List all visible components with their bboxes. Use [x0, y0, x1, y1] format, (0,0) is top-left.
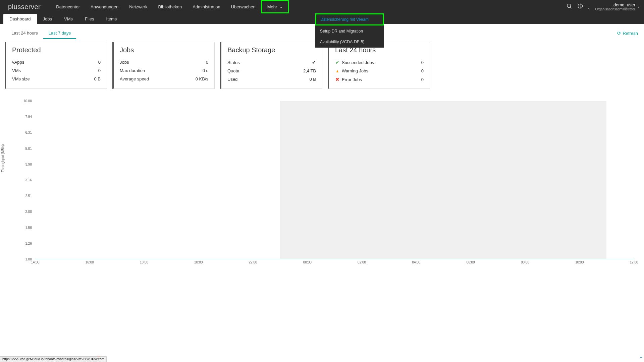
svg-line-1 — [570, 7, 571, 8]
refresh-label: Refresh — [623, 31, 638, 36]
check-icon: ✔ — [335, 60, 340, 65]
ytick: 6.31 — [22, 131, 32, 134]
refresh-button[interactable]: ⟳ Refresh — [617, 31, 638, 36]
dropdown-availability[interactable]: Availability (VCDA-DE-5) — [316, 37, 383, 47]
chevron-down-icon: ⌄ — [280, 5, 282, 9]
error-icon: ✖ — [335, 77, 340, 82]
card-jobs: Jobs Jobs0 Max duration0 s Average speed… — [112, 42, 215, 89]
user-text: demo_user Organisationsadministrator — [595, 2, 636, 11]
ytick: 2.51 — [22, 194, 32, 198]
card-title: Jobs — [120, 46, 208, 54]
card-protected: Protected vApps0 VMs0 VMs size0 B — [5, 42, 107, 89]
subtab-vms[interactable]: VMs — [58, 14, 79, 24]
card-row: Max duration0 s — [120, 66, 208, 75]
subtab-items[interactable]: Items — [100, 14, 123, 24]
user-role: Organisationsadministrator — [595, 7, 636, 11]
xtick: 10:00 — [575, 260, 584, 264]
nav-ueberwachen[interactable]: Überwachen — [226, 0, 261, 13]
nav-bibliotheken[interactable]: Bibliotheken — [153, 0, 187, 13]
svg-point-0 — [567, 4, 571, 8]
nav-datacenter[interactable]: Datencenter — [51, 0, 85, 13]
svg-point-3 — [580, 7, 581, 7]
subtab-dashboard[interactable]: Dashboard — [3, 14, 37, 24]
ytick: 7.94 — [22, 115, 32, 119]
user-menu[interactable]: demo_user Organisationsadministrator ⌄ — [595, 2, 640, 11]
brand-logo: plusserver — [8, 3, 41, 11]
ytick: 1.26 — [22, 241, 32, 245]
subtab-files[interactable]: Files — [79, 14, 100, 24]
card-row: ▲Warning Jobs0 — [335, 67, 424, 75]
throughput-chart: Throughput (MB/s) 14:0016:0018:0020:0022… — [0, 94, 644, 275]
nav-items: Datencenter Anwendungen Netzwerk Bibliot… — [51, 0, 289, 13]
refresh-icon: ⟳ — [617, 31, 621, 36]
nav-more-label: Mehr — [267, 4, 277, 9]
dropdown-dr[interactable]: Setup DR and Migration — [316, 26, 383, 36]
timetab-24h[interactable]: Last 24 hours — [6, 28, 43, 39]
nav-right: ⌄ demo_user Organisationsadministrator ⌄ — [566, 2, 640, 11]
card-storage: Backup Storage Status✔ Quota2,4 TB Used0… — [220, 42, 322, 89]
dropdown-veeam[interactable]: Datensicherung mit Veeam — [315, 13, 384, 25]
nav-netzwerk[interactable]: Netzwerk — [124, 0, 153, 13]
card-row: ✖Error Jobs0 — [335, 75, 424, 84]
xtick: 14:00 — [31, 260, 39, 264]
card-row: VMs0 — [12, 66, 101, 75]
help-icon[interactable]: ⌄ — [578, 3, 590, 10]
card-row: VMs size0 B — [12, 75, 101, 83]
card-row: Status✔ — [227, 58, 316, 67]
chart-ylabel: Throughput (MB/s) — [1, 144, 5, 172]
xtick: 08:00 — [521, 260, 529, 264]
nav-more[interactable]: Mehr ⌄ — [261, 0, 289, 13]
more-dropdown: Datensicherung mit Veeam Setup DR and Mi… — [315, 13, 384, 48]
ytick: 10.00 — [22, 99, 32, 103]
ytick: 3.98 — [22, 162, 32, 166]
nav-anwendungen[interactable]: Anwendungen — [85, 0, 124, 13]
xtick: 16:00 — [86, 260, 94, 264]
ytick: 2.00 — [22, 210, 32, 214]
chevron-down-icon: ⌄ — [637, 5, 640, 9]
timetab-7d[interactable]: Last 7 days — [43, 28, 76, 39]
xtick: 04:00 — [412, 260, 420, 264]
warning-icon: ▲ — [335, 69, 340, 73]
xtick: 02:00 — [358, 260, 366, 264]
card-row: ✔Succeeded Jobs0 — [335, 58, 424, 67]
ytick: 1.58 — [22, 226, 32, 229]
card-last24: Last 24 hours ✔Succeeded Jobs0 ▲Warning … — [328, 42, 430, 89]
xtick: 12:00 — [630, 260, 638, 264]
card-row: Quota2,4 TB — [227, 67, 316, 75]
nav-administration[interactable]: Administration — [187, 0, 225, 13]
check-icon: ✔ — [312, 60, 316, 65]
chart-baseline — [35, 259, 634, 259]
xtick: 20:00 — [194, 260, 203, 264]
card-row: Jobs0 — [120, 58, 208, 66]
top-nav: plusserver Datencenter Anwendungen Netzw… — [0, 0, 644, 13]
chart-shade — [280, 101, 606, 259]
chart-grid — [35, 101, 634, 259]
scroll-top-icon[interactable]: ⌃ — [639, 356, 643, 361]
card-row: Average speed0 KB/s — [120, 75, 208, 83]
ytick: 3.16 — [22, 178, 32, 182]
card-title: Protected — [12, 46, 101, 54]
statusbar-url: https://de-5.vcd.get-cloud.io/tenant/vev… — [0, 356, 107, 362]
ytick: 5.01 — [22, 146, 32, 150]
subtab-jobs[interactable]: Jobs — [37, 14, 58, 24]
card-title: Backup Storage — [227, 46, 316, 54]
xtick: 00:00 — [303, 260, 312, 264]
card-row: Used0 B — [227, 75, 316, 83]
card-row: vApps0 — [12, 58, 101, 66]
xtick: 22:00 — [249, 260, 257, 264]
chart-inner: 14:0016:0018:0020:0022:0000:0002:0004:00… — [23, 98, 634, 265]
chart-xaxis: 14:0016:0018:0020:0022:0000:0002:0004:00… — [35, 260, 634, 265]
xtick: 18:00 — [140, 260, 148, 264]
user-name: demo_user — [595, 2, 636, 7]
ytick: 1.00 — [22, 257, 32, 261]
search-icon[interactable] — [566, 3, 572, 10]
chevron-down-icon: ⌄ — [587, 6, 590, 9]
xtick: 06:00 — [467, 260, 475, 264]
